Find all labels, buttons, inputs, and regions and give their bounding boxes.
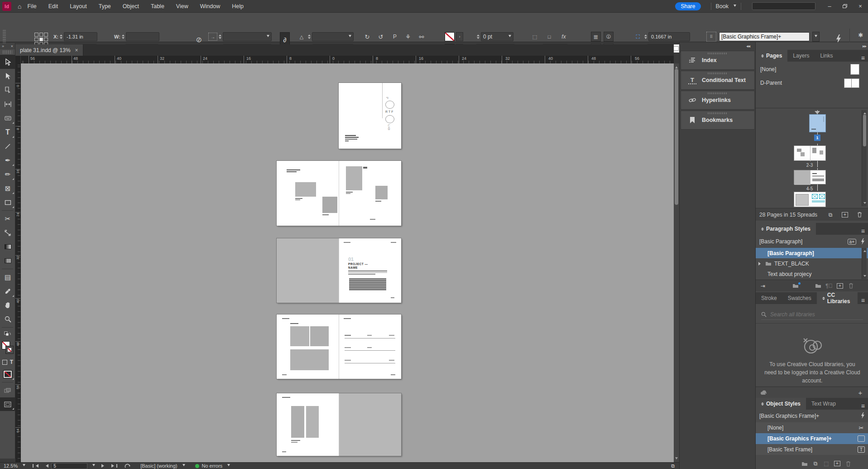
spread-view-icon[interactable]: ⧉ (671, 463, 675, 469)
stroke-weight-select[interactable]: 0 pt (481, 32, 513, 41)
spread-thumbnail-2-3[interactable] (794, 145, 826, 161)
frame-tool[interactable]: ⊠ (0, 181, 15, 195)
rotate-cw-icon[interactable]: ↻ (362, 32, 372, 42)
panel-button-bookmarks[interactable]: Bookmarks (681, 111, 755, 130)
panel-close-icon[interactable]: × (11, 44, 13, 48)
cloud-sync-disabled-icon[interactable] (758, 389, 769, 397)
menu-table[interactable]: Table (145, 0, 170, 12)
stroke-weight-stepper[interactable] (477, 33, 480, 40)
effects-fx-icon[interactable]: fx (559, 32, 569, 42)
preflight-dropdown-icon[interactable] (182, 464, 185, 468)
style-override-icon[interactable]: a+ (848, 239, 856, 245)
panel-menu-icon[interactable]: ≡ (858, 227, 868, 235)
libraries-search-input[interactable] (770, 311, 847, 318)
hand-tool[interactable] (0, 298, 15, 312)
quick-apply-lightning-icon[interactable] (861, 238, 865, 245)
panel-menu-icon[interactable]: ≡ (858, 297, 868, 304)
formatting-affects-container-icon[interactable] (2, 360, 7, 365)
delete-page-icon[interactable] (854, 211, 865, 219)
object-style-item-none[interactable]: [None] ✂ (756, 422, 868, 433)
delete-style-icon[interactable] (843, 459, 854, 468)
page-dropdown-icon[interactable] (92, 464, 95, 468)
view-options-icon[interactable] (0, 383, 15, 397)
default-fill-stroke-icon[interactable] (0, 329, 15, 340)
x-field[interactable] (64, 32, 97, 41)
scrollbar-thumb[interactable] (863, 115, 866, 146)
document-canvas[interactable]: *0 RTF LIO (21, 63, 674, 462)
document-tab[interactable]: plate 31.indd @ 13% × (15, 44, 83, 56)
new-page-icon[interactable]: + (839, 211, 850, 219)
selection-tool[interactable] (0, 55, 15, 69)
create-new-style-icon[interactable]: + (834, 282, 845, 290)
add-library-icon[interactable]: + (855, 389, 866, 397)
clear-overrides-icon[interactable]: ¶⃠ (824, 282, 834, 290)
panel-button-hyperlinks[interactable]: Hyperlinks (681, 91, 755, 110)
paragraph-style-group-textblack[interactable]: TEXT_BLACK (756, 258, 868, 269)
free-transform-tool[interactable] (0, 226, 15, 240)
object-style-item-basic-graphics[interactable]: [Basic Graphics Frame]+ (756, 433, 868, 444)
w-stepper[interactable] (122, 33, 125, 40)
apply-none-button[interactable] (0, 367, 15, 381)
panel-button-index[interactable]: Index (681, 51, 755, 70)
menu-type[interactable]: Type (93, 0, 117, 12)
tab-layers[interactable]: Layers (787, 50, 815, 62)
wrap-bounding-box-icon[interactable]: ⦶ (604, 32, 614, 42)
menu-file[interactable]: File (21, 0, 42, 12)
menu-help[interactable]: Help (226, 0, 249, 12)
page-tool[interactable] (0, 83, 15, 97)
eyedropper-tool[interactable] (0, 284, 15, 298)
screen-mode-button[interactable] (0, 397, 15, 411)
panel-menu-icon[interactable]: ≡ (858, 54, 868, 62)
collapse-dock-icon[interactable]: ▸▸ (863, 44, 866, 48)
edit-page-size-icon[interactable]: ⧉ (825, 211, 836, 219)
scrollbar-thumb[interactable] (675, 69, 678, 205)
menu-edit[interactable]: Edit (43, 0, 64, 12)
panel-expand-icon[interactable]: » (2, 44, 4, 48)
corner-options-icon[interactable]: ⬚ (530, 32, 540, 42)
scroll-up-icon[interactable] (675, 65, 678, 68)
menu-layout[interactable]: Layout (64, 0, 93, 12)
menu-view[interactable]: View (170, 0, 194, 12)
select-content-icon[interactable]: ⚘ (403, 32, 413, 42)
gap-stepper[interactable] (644, 33, 647, 40)
panel-button-conditional-text[interactable]: T Conditional Text (681, 71, 755, 90)
paragraph-styles-scrollbar[interactable] (862, 248, 867, 279)
delete-style-icon[interactable] (845, 282, 856, 290)
rotation-angle-select[interactable] (312, 32, 354, 41)
horizontal-ruler[interactable]: 56 48 40 32 24 16 8 0 8 16 24 32 40 48 5… (21, 56, 674, 63)
w-field[interactable] (126, 32, 159, 41)
select-previous-object-icon[interactable]: ⚯ (417, 32, 427, 42)
note-tool[interactable]: ▤ (0, 270, 15, 284)
pages-list[interactable]: 1 2-3 4-5 (756, 108, 868, 207)
corner-shape-icon[interactable]: □ (544, 32, 554, 42)
load-styles-icon[interactable]: ⇥ (758, 282, 768, 290)
wrap-offset-field[interactable] (648, 32, 690, 41)
zoom-dropdown-icon[interactable] (23, 464, 25, 468)
wrap-none-icon[interactable]: ≣ (591, 32, 601, 42)
tab-links[interactable]: Links (815, 50, 838, 62)
vertical-ruler[interactable]: 0 8 16 24 32 40 48 56 64 (15, 63, 21, 462)
libraries-search[interactable] (761, 311, 863, 320)
master-none-row[interactable]: [None] (756, 63, 868, 76)
book-dropdown[interactable]: Book (716, 3, 737, 10)
gear-icon[interactable]: ✱ (856, 30, 866, 40)
gradient-feather-tool[interactable] (0, 254, 15, 268)
page-number-field[interactable] (51, 463, 87, 469)
menu-object[interactable]: Object (117, 0, 145, 12)
stroke-none-swatch[interactable] (5, 346, 14, 354)
share-button[interactable]: Share (675, 2, 700, 10)
spread-4-5[interactable]: 01 PROJECT — NAME (277, 238, 401, 303)
quick-apply-lightning-icon[interactable] (861, 412, 865, 419)
tab-cc-libraries[interactable]: CC Libraries (817, 292, 858, 304)
zoom-tool[interactable] (0, 312, 15, 326)
fill-stroke-swatches[interactable] (0, 340, 15, 357)
spread-8-9[interactable] (277, 393, 401, 456)
next-page-button[interactable] (101, 464, 106, 468)
fill-flyout-button[interactable]: › (456, 32, 463, 41)
page-thumbnail-1[interactable] (809, 114, 826, 132)
create-new-style-icon[interactable]: + (832, 459, 843, 468)
minimize-button[interactable]: – (822, 0, 837, 12)
preflight-errors-label[interactable]: No errors (202, 463, 223, 469)
gap-tool[interactable] (0, 97, 15, 111)
previous-page-button[interactable] (44, 464, 48, 468)
